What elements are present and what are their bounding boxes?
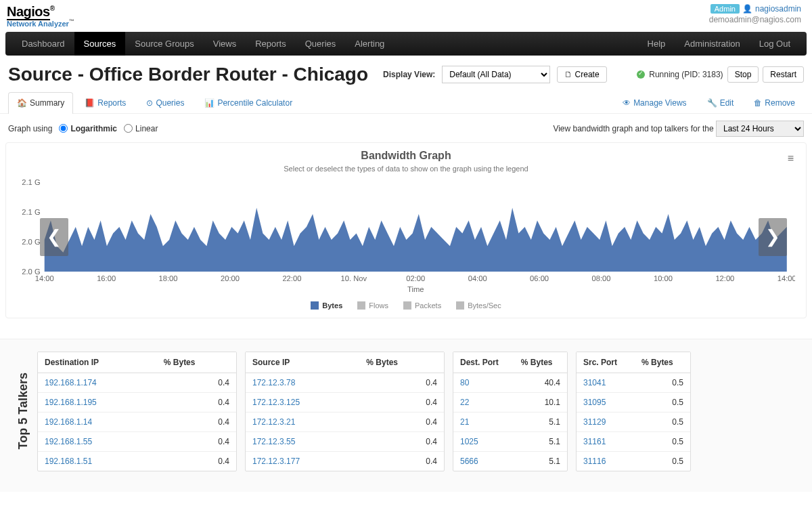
table-link[interactable]: 31041	[583, 378, 606, 387]
restart-button[interactable]: Restart	[763, 66, 804, 83]
user-icon: 👤	[742, 4, 752, 14]
col-header: Destination IP	[38, 352, 157, 373]
table-link[interactable]: 31129	[583, 417, 606, 427]
svg-text:18:00: 18:00	[159, 274, 178, 282]
table-link[interactable]: 192.168.1.14	[45, 417, 92, 427]
table-row: 192.168.1.550.4	[38, 431, 236, 451]
table-link[interactable]: 21	[460, 417, 469, 427]
nav-help[interactable]: Help	[638, 32, 675, 56]
bandwidth-chart[interactable]: 2.1 G2.1 G2.0 G2.0 G14:0016:0018:0020:00…	[17, 179, 795, 295]
status-running-icon	[637, 70, 645, 79]
svg-text:20:00: 20:00	[221, 274, 240, 282]
legend-bytes[interactable]: Bytes	[311, 301, 342, 310]
nav-reports[interactable]: Reports	[246, 32, 296, 56]
chart-next-arrow[interactable]: ❯	[759, 218, 787, 256]
table-row: 192.168.1.510.4	[38, 451, 236, 471]
chart-menu-icon[interactable]: ≡	[788, 152, 794, 165]
table-link[interactable]: 192.168.1.55	[45, 437, 92, 446]
source-ip-table: Source IP% Bytes172.12.3.780.4172.12.3.1…	[245, 352, 445, 471]
time-range-select[interactable]: Last 24 Hours	[716, 121, 804, 137]
nav-queries[interactable]: Queries	[296, 32, 346, 56]
bandwidth-chart-panel: ≡ Bandwidth Graph Select or deselect the…	[5, 142, 807, 318]
table-row: 310950.5	[577, 392, 690, 412]
legend-swatch	[311, 301, 319, 310]
table-row: 311160.5	[577, 451, 690, 471]
table-row: 310410.5	[577, 373, 690, 392]
stop-button[interactable]: Stop	[727, 66, 759, 83]
svg-text:2.1 G: 2.1 G	[22, 179, 40, 186]
table-link[interactable]: 31161	[583, 437, 606, 446]
table-link[interactable]: 172.12.3.55	[252, 437, 295, 446]
legend-flows[interactable]: Flows	[357, 301, 388, 310]
col-header: % Bytes	[514, 352, 567, 373]
nav-views[interactable]: Views	[204, 32, 246, 56]
subtab-manage-views[interactable]: 👁Manage Views	[614, 92, 696, 113]
subtab-remove[interactable]: 🗑Remove	[745, 92, 804, 113]
nav-sources[interactable]: Sources	[74, 32, 126, 56]
col-header: % Bytes	[157, 352, 236, 373]
nav-alerting[interactable]: Alerting	[345, 32, 394, 56]
time-range-label: View bandwidth graph and top talkers for…	[553, 124, 713, 133]
col-header: Dest. Port	[453, 352, 514, 373]
legend-bytes-sec[interactable]: Bytes/Sec	[456, 301, 501, 310]
reports-icon: 📕	[85, 98, 95, 108]
user-email: demoadmin@nagios.com	[709, 15, 801, 24]
table-link[interactable]: 172.12.3.177	[252, 457, 300, 466]
svg-text:06:00: 06:00	[530, 274, 549, 282]
table-row: 215.1	[453, 412, 567, 431]
table-row: 311290.5	[577, 412, 690, 431]
nav-dashboard[interactable]: Dashboard	[12, 32, 74, 56]
svg-text:22:00: 22:00	[282, 274, 301, 282]
svg-text:08:00: 08:00	[592, 274, 611, 282]
table-link[interactable]: 31116	[583, 457, 606, 466]
display-view-select[interactable]: Default (All Data)	[442, 66, 550, 83]
summary-icon: 🏠	[17, 98, 27, 108]
subtab-queries[interactable]: ⊙Queries	[137, 92, 193, 113]
table-link[interactable]: 172.12.3.21	[252, 417, 295, 427]
subtab-edit[interactable]: 🔧Edit	[698, 92, 743, 113]
logo[interactable]: Nagios® Network Analyzer™	[7, 4, 74, 28]
table-link[interactable]: 80	[460, 378, 469, 387]
table-link[interactable]: 1025	[460, 437, 478, 446]
legend-swatch	[357, 301, 365, 310]
svg-text:10:00: 10:00	[654, 274, 673, 282]
linear-radio[interactable]: Linear	[124, 124, 158, 133]
table-row: 172.12.3.780.4	[246, 373, 444, 392]
svg-text:2.1 G: 2.1 G	[22, 208, 40, 216]
admin-badge: Admin	[710, 4, 740, 14]
subtab-reports[interactable]: 📕Reports	[76, 92, 135, 113]
log-radio[interactable]: Logarithmic	[59, 124, 117, 133]
svg-text:Time: Time	[407, 285, 424, 293]
subtab-percentile-calculator[interactable]: 📊Percentile Calculator	[196, 92, 301, 113]
table-link[interactable]: 172.12.3.78	[252, 378, 295, 387]
edit-icon: 🔧	[707, 98, 717, 108]
table-link[interactable]: 22	[460, 398, 469, 407]
chart-prev-arrow[interactable]: ❮	[40, 218, 68, 256]
remove-icon: 🗑	[754, 98, 762, 108]
username-link[interactable]: nagiosadmin	[755, 4, 801, 14]
table-link[interactable]: 31095	[583, 398, 606, 407]
nav-source-groups[interactable]: Source Groups	[125, 32, 203, 56]
table-row: 56665.1	[453, 451, 567, 471]
table-link[interactable]: 192.168.1.174	[45, 378, 97, 387]
legend-swatch	[403, 301, 411, 310]
table-link[interactable]: 192.168.1.51	[45, 457, 92, 466]
nav-administration[interactable]: Administration	[675, 32, 749, 56]
table-row: 172.12.3.210.4	[246, 412, 444, 431]
table-row: 172.12.3.550.4	[246, 431, 444, 451]
legend-packets[interactable]: Packets	[403, 301, 441, 310]
nav-log-out[interactable]: Log Out	[750, 32, 800, 56]
subtab-summary[interactable]: 🏠Summary	[8, 92, 73, 114]
table-row: 8040.4	[453, 373, 567, 392]
col-header: % Bytes	[359, 352, 444, 373]
col-header: Src. Port	[577, 352, 635, 373]
table-row: 2210.1	[453, 392, 567, 412]
table-link[interactable]: 5666	[460, 457, 478, 466]
table-link[interactable]: 172.12.3.125	[252, 398, 300, 407]
percentile-calculator-icon: 📊	[204, 98, 215, 108]
col-header: Source IP	[246, 352, 359, 373]
table-row: 172.12.3.1250.4	[246, 392, 444, 412]
table-link[interactable]: 192.168.1.195	[45, 398, 97, 407]
top5-talkers-heading: Top 5 Talkers	[14, 373, 30, 449]
create-button[interactable]: 🗋 Create	[557, 66, 606, 83]
